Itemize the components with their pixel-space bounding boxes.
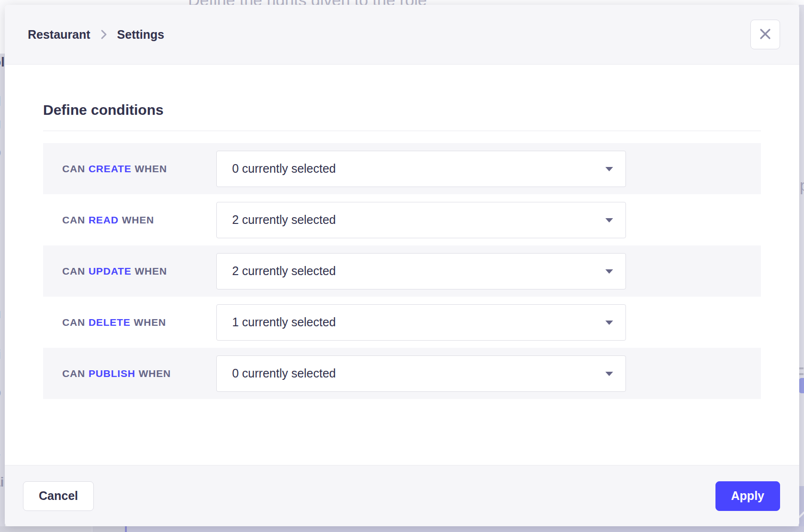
modal-body: Define conditions CAN CREATE WHEN 0 curr… [5, 65, 799, 465]
background-line-fragment [799, 367, 804, 369]
permission-action: CREATE [89, 163, 132, 175]
select-value: 2 currently selected [232, 213, 336, 227]
conditions-select-publish[interactable]: 0 currently selected [216, 355, 626, 392]
background-bottom-segment [127, 526, 804, 532]
permission-label-suffix: WHEN [134, 317, 166, 328]
permission-row-publish: CAN PUBLISH WHEN 0 currently selected [43, 348, 761, 399]
select-value: 1 currently selected [232, 315, 336, 329]
background-right-strip: p [799, 5, 804, 532]
conditions-select-update[interactable]: 2 currently selected [216, 253, 626, 289]
permission-label: CAN UPDATE WHEN [62, 266, 216, 277]
apply-button[interactable]: Apply [715, 481, 780, 511]
background-text-fragment: d [0, 95, 1, 108]
permission-label-suffix: WHEN [122, 214, 154, 226]
breadcrumb: Restaurant Settings [28, 28, 164, 42]
define-conditions-modal: Restaurant Settings Define conditions CA… [5, 5, 799, 526]
modal-header: Restaurant Settings [5, 5, 799, 65]
permission-label-prefix: CAN [62, 163, 85, 175]
background-bottom-strip [0, 526, 804, 532]
background-text-fragment: p [0, 386, 1, 399]
close-icon [759, 27, 772, 42]
chevron-down-icon [605, 218, 613, 222]
select-value: 0 currently selected [232, 366, 336, 380]
permission-label-prefix: CAN [62, 317, 85, 328]
chevron-right-icon [100, 28, 108, 41]
permission-label-prefix: CAN [62, 368, 85, 379]
permission-row-create: CAN CREATE WHEN 0 currently selected [43, 143, 761, 194]
chevron-down-icon [605, 167, 613, 171]
permission-label: CAN CREATE WHEN [62, 163, 216, 175]
background-text-fragment: p [800, 177, 804, 193]
background-text-fragment: u [0, 307, 1, 321]
permission-action: DELETE [89, 317, 131, 328]
background-lavender-element [799, 486, 804, 532]
page-title: Define conditions [43, 100, 761, 120]
permission-label: CAN READ WHEN [62, 214, 216, 226]
permission-action: READ [89, 214, 119, 226]
background-text-fragment: g [0, 117, 1, 130]
permission-label-prefix: CAN [62, 266, 85, 277]
breadcrumb-item-settings: Settings [117, 28, 165, 42]
background-blue-element [799, 378, 804, 393]
background-text-fragment: p [0, 145, 1, 159]
chevron-down-icon [605, 372, 613, 376]
permission-label: CAN PUBLISH WHEN [62, 368, 216, 379]
modal-footer: Cancel Apply [5, 465, 799, 526]
breadcrumb-item-restaurant: Restaurant [28, 28, 90, 42]
conditions-select-delete[interactable]: 1 currently selected [216, 304, 626, 341]
background-bottom-segment [0, 526, 92, 532]
permission-row-read: CAN READ WHEN 2 currently selected [43, 194, 761, 245]
conditions-select-read[interactable]: 2 currently selected [216, 202, 626, 238]
background-text-fragment: v [0, 451, 0, 464]
pencil-icon [799, 511, 804, 518]
cancel-button[interactable]: Cancel [23, 481, 94, 511]
permission-row-update: CAN UPDATE WHEN 2 currently selected [43, 245, 761, 297]
permission-label-suffix: WHEN [139, 368, 171, 379]
permission-action: PUBLISH [89, 368, 135, 379]
permission-row-delete: CAN DELETE WHEN 1 currently selected [43, 297, 761, 348]
background-text-fragment: ol [0, 55, 5, 69]
permission-action: UPDATE [89, 266, 132, 277]
background-bottom-divider [125, 526, 127, 532]
background-text-fragment: ai [0, 476, 4, 489]
permission-rows: CAN CREATE WHEN 0 currently selected CAN… [43, 143, 761, 399]
permission-label-suffix: WHEN [135, 163, 167, 175]
permission-label-suffix: WHEN [135, 266, 167, 277]
permission-label-prefix: CAN [62, 214, 85, 226]
background-line-fragment [799, 373, 804, 375]
background-text-fragment: ti [0, 348, 1, 361]
select-value: 0 currently selected [232, 162, 336, 176]
conditions-select-create[interactable]: 0 currently selected [216, 151, 626, 187]
select-value: 2 currently selected [232, 264, 336, 278]
permission-label: CAN DELETE WHEN [62, 317, 216, 328]
title-divider [43, 131, 761, 131]
background-text-fragment: e [0, 216, 0, 230]
close-button[interactable] [750, 20, 780, 49]
chevron-down-icon [605, 269, 613, 274]
chevron-down-icon [605, 321, 613, 325]
